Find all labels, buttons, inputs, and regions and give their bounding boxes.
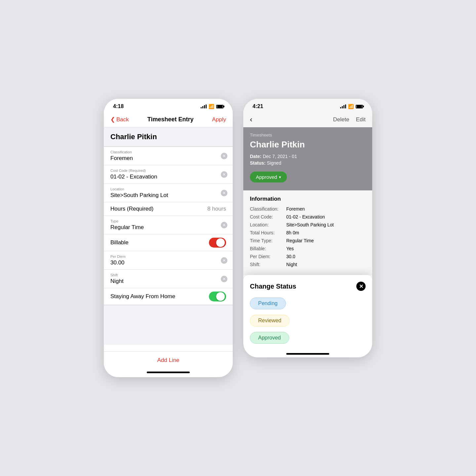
right-status-bar: 4:21 📶 <box>243 99 372 112</box>
cost-code-label: Cost Code (Required) <box>110 169 226 173</box>
hours-row[interactable]: Hours (Required) 8 hours <box>104 202 233 216</box>
nav-title: Timesheet Entry <box>147 116 194 123</box>
detail-back-button[interactable]: ‹ <box>250 115 252 124</box>
chevron-down-icon: ▾ <box>279 175 281 179</box>
info-per-diem-val: 30.0 <box>286 254 295 259</box>
status-option-approved[interactable]: Approved <box>250 332 289 344</box>
location-row[interactable]: Location Site>South Parking Lot ✕ <box>104 184 233 202</box>
type-row[interactable]: Type Regular Time ✕ <box>104 216 233 234</box>
form-spacer <box>104 305 233 345</box>
info-classification-row: Classification: Foremen <box>250 206 366 212</box>
type-label: Type <box>110 219 226 223</box>
per-diem-value: 30.00 <box>110 259 226 266</box>
status-option-pending[interactable]: Pending <box>250 298 286 309</box>
cost-code-clear-icon[interactable]: ✕ <box>221 171 227 178</box>
info-shift-row: Shift: Night <box>250 262 366 267</box>
signal-icon <box>201 104 207 108</box>
left-home-bar <box>147 372 190 373</box>
right-wifi-icon: 📶 <box>348 104 354 109</box>
billable-row[interactable]: Billable <box>104 234 233 251</box>
shift-row[interactable]: Shift Night ✕ <box>104 270 233 288</box>
form-section: Classification Foremen ✕ Cost Code (Requ… <box>104 146 233 305</box>
wifi-icon: 📶 <box>209 104 214 109</box>
back-button[interactable]: ❮ Back <box>110 116 129 123</box>
left-status-bar: 4:18 📶 <box>104 99 233 112</box>
edit-button[interactable]: Edit <box>356 116 366 123</box>
location-clear-icon[interactable]: ✕ <box>221 190 227 196</box>
employee-name: Charlie Pitkin <box>110 133 226 141</box>
apply-button[interactable]: Apply <box>212 116 226 123</box>
info-cost-code-row: Cost Code: 01-02 - Excavation <box>250 214 366 219</box>
per-diem-row[interactable]: Per Diem 30.00 ✕ <box>104 251 233 270</box>
date-label: Date: <box>250 154 261 159</box>
detail-nav-actions: Delete Edit <box>333 116 366 123</box>
staying-away-toggle-knob <box>216 292 225 301</box>
date-value: Dec 7, 2021 - 01 <box>263 154 297 159</box>
right-status-time: 4:21 <box>253 103 263 109</box>
right-phone: 4:21 📶 ‹ Delete Edit <box>243 99 372 357</box>
cost-code-row[interactable]: Cost Code (Required) 01-02 - Excavation … <box>104 165 233 184</box>
info-shift-val: Night <box>286 262 297 267</box>
detail-nav: ‹ Delete Edit <box>243 112 372 127</box>
staying-away-label: Staying Away From Home <box>110 293 175 300</box>
status-option-reviewed[interactable]: Reviewed <box>250 315 290 327</box>
detail-header: Timesheets Charlie Pitkin Date: Dec 7, 2… <box>243 127 372 190</box>
left-home-indicator <box>104 369 233 377</box>
left-phone: 4:18 📶 ❮ Back Timesheet Entry <box>104 99 233 377</box>
detail-date: Date: Dec 7, 2021 - 01 <box>250 154 366 159</box>
billable-label: Billable <box>110 239 129 246</box>
right-home-indicator <box>250 349 366 357</box>
status-label: Status: <box>250 160 265 166</box>
delete-button[interactable]: Delete <box>333 116 349 123</box>
location-label: Location <box>110 187 226 191</box>
billable-toggle-knob <box>216 238 225 247</box>
right-status-icons: 📶 <box>340 104 363 109</box>
info-time-type-key: Time Type: <box>250 238 286 243</box>
right-battery-icon <box>356 105 363 108</box>
classification-row[interactable]: Classification Foremen ✕ <box>104 147 233 165</box>
info-per-diem-row: Per Diem: 30.0 <box>250 254 366 259</box>
staying-away-row[interactable]: Staying Away From Home <box>104 288 233 305</box>
right-signal-icon <box>340 104 346 108</box>
billable-toggle[interactable] <box>209 238 226 248</box>
classification-value: Foremen <box>110 155 226 162</box>
shift-clear-icon[interactable]: ✕ <box>221 276 227 282</box>
info-time-type-val: Regular Time <box>286 238 314 243</box>
back-chevron-icon: ❮ <box>110 116 115 123</box>
detail-employee-name: Charlie Pitkin <box>250 139 366 150</box>
modal-title: Change Status <box>250 283 296 290</box>
staying-away-toggle[interactable] <box>209 292 226 301</box>
hours-value: 8 hours <box>207 206 226 212</box>
per-diem-clear-icon[interactable]: ✕ <box>221 257 227 264</box>
modal-close-button[interactable]: ✕ <box>356 282 366 291</box>
type-clear-icon[interactable]: ✕ <box>221 222 227 228</box>
classification-clear-icon[interactable]: ✕ <box>221 153 227 159</box>
info-per-diem-key: Per Diem: <box>250 254 286 259</box>
approved-btn-label: Approved <box>256 174 277 180</box>
back-label: Back <box>116 116 129 123</box>
left-status-time: 4:18 <box>113 103 124 109</box>
info-classification-key: Classification: <box>250 206 286 212</box>
shift-label: Shift <box>110 273 226 277</box>
info-cost-code-key: Cost Code: <box>250 214 286 219</box>
info-billable-row: Billable: Yes <box>250 246 366 251</box>
right-home-bar <box>286 353 329 355</box>
info-hours-val: 8h 0m <box>286 230 299 235</box>
add-line-label: Add Line <box>157 357 179 363</box>
info-title: Information <box>250 196 366 202</box>
approved-button[interactable]: Approved ▾ <box>250 172 287 182</box>
modal-header: Change Status ✕ <box>250 282 366 291</box>
add-line-button[interactable]: Add Line <box>104 351 233 369</box>
type-value: Regular Time <box>110 224 226 231</box>
modal-close-icon: ✕ <box>359 283 363 290</box>
detail-status: Status: Signed <box>250 160 366 166</box>
info-classification-val: Foremen <box>286 206 305 212</box>
info-time-type-row: Time Type: Regular Time <box>250 238 366 243</box>
left-status-icons: 📶 <box>201 104 223 109</box>
hours-label: Hours (Required) <box>110 206 153 212</box>
cost-code-value: 01-02 - Excavation <box>110 174 226 180</box>
info-hours-row: Total Hours: 8h 0m <box>250 230 366 235</box>
info-location-key: Location: <box>250 222 286 227</box>
info-cost-code-val: 01-02 - Excavation <box>286 214 325 219</box>
status-value: Signed <box>267 160 281 166</box>
